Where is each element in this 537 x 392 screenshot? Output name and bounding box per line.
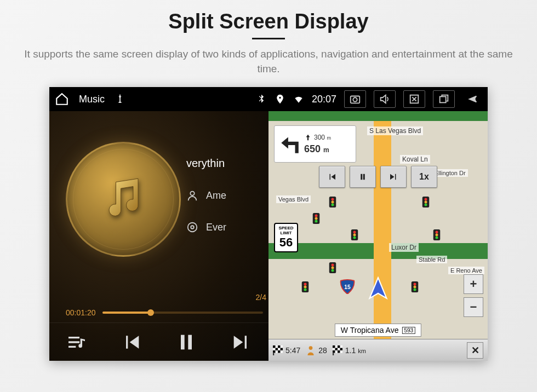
pause-button[interactable] <box>175 331 197 353</box>
album-icon <box>186 221 198 233</box>
map-header-strip <box>268 111 488 121</box>
svg-rect-8 <box>188 335 192 349</box>
elapsed-time: 00:01:20 <box>66 308 96 317</box>
clock: 20:07 <box>312 94 336 105</box>
prev-track-button[interactable] <box>121 331 142 353</box>
turn-left-icon <box>278 132 301 155</box>
device-frame: Music 20:07 <box>49 87 488 361</box>
sim-next-button[interactable] <box>380 166 407 188</box>
svg-text:15: 15 <box>344 284 351 290</box>
sim-speed-button[interactable]: 1x <box>411 166 437 188</box>
street-label: Stable Rd <box>416 256 447 263</box>
svg-point-36 <box>304 283 307 286</box>
sim-pause-button[interactable] <box>350 166 376 188</box>
svg-point-33 <box>436 234 438 237</box>
close-button[interactable] <box>403 90 425 108</box>
svg-point-22 <box>353 237 356 239</box>
svg-point-34 <box>436 237 438 239</box>
svg-rect-7 <box>181 335 185 349</box>
next-distance: 300 m <box>314 134 331 141</box>
music-note-icon <box>99 175 148 224</box>
turn-distance: 650 <box>304 143 321 154</box>
svg-rect-45 <box>273 345 276 348</box>
zoom-out-button[interactable]: − <box>464 297 483 317</box>
svg-point-26 <box>332 269 334 272</box>
eta-item: 5:47 <box>273 345 300 355</box>
traffic-light-icon <box>329 197 336 207</box>
traffic-light-icon <box>301 281 309 292</box>
svg-point-1 <box>353 97 357 101</box>
track-list: verythin Ame Ever <box>186 147 263 243</box>
svg-rect-49 <box>273 350 276 353</box>
route-badge: 593 <box>402 327 415 334</box>
svg-rect-9 <box>361 174 362 180</box>
svg-rect-57 <box>340 348 342 350</box>
svg-rect-54 <box>333 345 335 348</box>
svg-point-14 <box>332 204 334 206</box>
bluetooth-icon <box>256 94 267 105</box>
svg-point-32 <box>436 231 438 234</box>
svg-point-41 <box>414 286 416 289</box>
sim-prev-button[interactable] <box>319 166 345 188</box>
navigation-pane[interactable]: S Las Vegas Blvd Koval Ln Duke Ellington… <box>268 87 488 361</box>
street-label: S Las Vegas Blvd <box>367 126 423 135</box>
svg-point-40 <box>414 283 416 286</box>
zoom-in-button[interactable]: + <box>464 274 483 294</box>
back-button[interactable] <box>462 90 482 108</box>
track-title: verythin <box>186 147 263 180</box>
svg-point-52 <box>309 346 313 350</box>
svg-point-5 <box>188 223 197 232</box>
svg-point-25 <box>332 267 334 269</box>
svg-rect-59 <box>338 350 340 353</box>
app-title: Music <box>79 94 105 105</box>
street-label: Koval Ln <box>400 155 430 164</box>
person-icon <box>306 345 316 355</box>
leg-time-item: 28 <box>306 345 327 355</box>
screenshot-button[interactable] <box>344 90 366 108</box>
playlist-button[interactable] <box>66 331 88 353</box>
street-label: E Reno Ave <box>448 267 484 274</box>
svg-point-28 <box>425 198 427 201</box>
traffic-light-icon <box>351 229 358 240</box>
svg-point-18 <box>315 220 318 223</box>
svg-rect-58 <box>333 350 335 353</box>
svg-rect-10 <box>363 174 365 180</box>
track-counter: 2/4 <box>256 293 266 302</box>
svg-point-37 <box>304 286 307 289</box>
interstate-shield-icon: 15 <box>340 279 355 294</box>
svg-rect-60 <box>333 353 334 355</box>
turn-up-icon <box>304 134 312 141</box>
svg-point-4 <box>190 192 194 195</box>
turn-panel: 300 m 650 m <box>274 125 356 163</box>
svg-rect-48 <box>281 348 283 350</box>
route-close-button[interactable]: ✕ <box>467 342 483 359</box>
title-underline <box>252 38 285 39</box>
player-controls <box>49 322 268 361</box>
traffic-light-icon <box>312 213 320 224</box>
volume-button[interactable] <box>374 90 396 108</box>
svg-rect-3 <box>440 97 446 103</box>
svg-point-30 <box>425 204 427 206</box>
svg-point-24 <box>332 264 334 267</box>
route-summary-bar: 5:47 28 1.1 km ✕ <box>268 339 488 361</box>
home-icon[interactable] <box>55 92 69 106</box>
svg-rect-46 <box>278 345 281 348</box>
progress-slider[interactable] <box>102 312 264 314</box>
traffic-light-icon <box>411 281 419 292</box>
recent-apps-button[interactable] <box>433 90 455 108</box>
wifi-icon <box>293 94 304 105</box>
street-label: Vegas Blvd <box>276 195 311 203</box>
traffic-light-icon <box>329 262 336 273</box>
svg-point-17 <box>315 217 318 220</box>
location-icon <box>275 94 285 105</box>
svg-rect-47 <box>276 348 278 350</box>
svg-rect-51 <box>273 353 274 355</box>
usb-icon <box>115 94 125 105</box>
svg-point-6 <box>191 226 194 229</box>
next-track-button[interactable] <box>230 331 252 353</box>
speed-limit-sign: SPEED LIMIT 56 <box>274 223 298 252</box>
traffic-light-icon <box>422 197 430 207</box>
current-position-icon <box>366 276 390 301</box>
album-name: Ever <box>206 222 226 233</box>
svg-rect-55 <box>338 345 340 348</box>
